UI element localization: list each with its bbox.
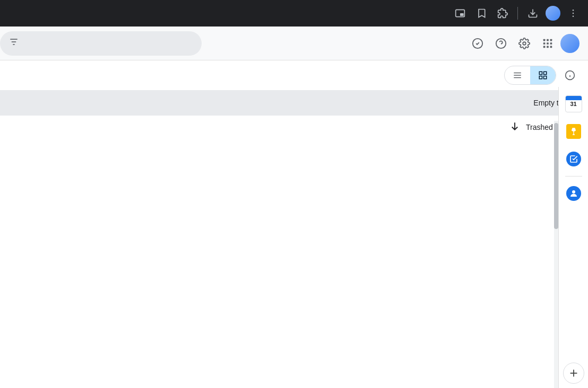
user-avatar[interactable] xyxy=(560,34,580,53)
right-sidebar: 31 xyxy=(558,87,588,388)
browser-separator xyxy=(517,7,518,20)
extension-icon[interactable] xyxy=(494,5,511,22)
browser-menu-icon[interactable] xyxy=(565,5,582,22)
svg-rect-26 xyxy=(544,72,547,74)
settings-button[interactable] xyxy=(514,33,535,54)
svg-rect-17 xyxy=(547,42,549,45)
page-wrapper: Empty trash Trashed date ▾ xyxy=(0,0,588,388)
info-button[interactable] xyxy=(560,66,580,85)
bookmark-icon[interactable] xyxy=(473,5,490,22)
main-layout: Empty trash Trashed date ▾ xyxy=(0,60,588,388)
check-circle-button[interactable] xyxy=(467,33,488,54)
svg-rect-21 xyxy=(550,46,552,48)
toolbar-row xyxy=(0,60,588,90)
list-view-button[interactable] xyxy=(505,66,530,85)
left-content-area: Empty trash Trashed date ▾ xyxy=(0,60,588,388)
svg-point-12 xyxy=(523,42,526,45)
google-tasks-button[interactable] xyxy=(561,146,586,172)
sort-direction-icon xyxy=(510,121,520,134)
google-calendar-button[interactable]: 31 xyxy=(561,91,586,117)
sort-row: Trashed date ▾ xyxy=(0,116,588,139)
scrollbar-track[interactable] xyxy=(554,121,558,388)
tasks-icon xyxy=(566,152,581,166)
svg-rect-14 xyxy=(547,39,549,41)
svg-rect-28 xyxy=(544,76,547,79)
google-keep-button[interactable] xyxy=(561,119,586,144)
google-contacts-button[interactable] xyxy=(561,181,586,206)
svg-point-4 xyxy=(573,13,574,14)
add-app-button[interactable] xyxy=(563,363,584,384)
apps-button[interactable] xyxy=(537,33,558,54)
header-right xyxy=(467,33,580,54)
svg-rect-19 xyxy=(543,46,546,48)
help-button[interactable] xyxy=(490,33,512,54)
empty-trash-bar: Empty trash xyxy=(0,90,588,116)
picture-in-picture-icon[interactable] xyxy=(452,5,469,22)
svg-point-33 xyxy=(572,190,575,193)
svg-rect-16 xyxy=(543,42,546,45)
sidebar-divider xyxy=(565,176,582,177)
svg-rect-1 xyxy=(460,13,464,16)
svg-rect-15 xyxy=(550,39,552,41)
header-left xyxy=(0,31,202,56)
browser-user-avatar[interactable] xyxy=(546,6,560,21)
svg-rect-27 xyxy=(539,76,542,79)
grid-view-button[interactable] xyxy=(530,66,556,85)
svg-rect-18 xyxy=(550,42,552,45)
download-icon[interactable] xyxy=(524,5,541,22)
view-toggle xyxy=(504,66,556,85)
svg-rect-13 xyxy=(543,39,546,41)
browser-bar xyxy=(0,0,588,27)
svg-point-3 xyxy=(573,10,574,11)
contacts-icon xyxy=(566,186,581,201)
calendar-icon: 31 xyxy=(565,95,582,112)
svg-rect-25 xyxy=(539,72,542,74)
search-bar[interactable] xyxy=(0,31,202,56)
svg-point-5 xyxy=(573,16,574,17)
filter-icon[interactable] xyxy=(8,37,19,50)
app-header xyxy=(0,27,588,60)
scrollbar-thumb[interactable] xyxy=(554,123,558,229)
keep-icon xyxy=(566,124,581,139)
svg-rect-20 xyxy=(547,46,549,48)
empty-content-area xyxy=(0,139,588,388)
